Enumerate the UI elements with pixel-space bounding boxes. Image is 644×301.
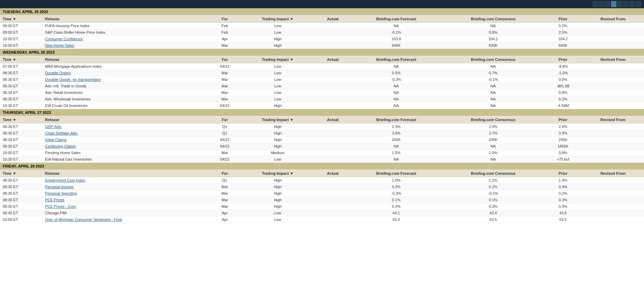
release-link[interactable]: Durable Orders [45, 71, 71, 75]
prior-cell: 1865K [544, 143, 582, 150]
col-header-time[interactable]: Time ▼ [0, 56, 42, 63]
consensus-cell: 1.0% [442, 150, 544, 156]
consensus-cell: 104.1 [442, 36, 544, 42]
nav-may-8-12[interactable] [623, 1, 629, 7]
consensus-cell: 0.2% [442, 184, 544, 190]
release-cell[interactable]: GDP-Adv. [42, 123, 210, 130]
release-link[interactable]: Continuing Claims [45, 144, 76, 148]
revised-cell [582, 42, 644, 49]
revised-cell [582, 96, 644, 103]
col-header-release: Release [42, 15, 210, 23]
consensus-cell: NA [442, 156, 544, 163]
release-cell[interactable]: Continuing Claims [42, 143, 210, 150]
nav-this-week[interactable] [605, 1, 610, 7]
forecast-cell: NA [350, 89, 442, 96]
col-header-actual: Actual [315, 116, 350, 123]
release-cell[interactable]: Personal Spending [42, 190, 210, 197]
forecast-cell: NA [350, 156, 442, 163]
for-cell: 04/22 [210, 63, 240, 70]
nav-may-1-5[interactable] [617, 1, 623, 7]
forecast-cell: 1.0% [350, 177, 442, 184]
consensus-cell: NA [442, 23, 544, 29]
release-link[interactable]: Initial Claims [45, 138, 66, 142]
prior-cell: 3.9% [544, 130, 582, 137]
prior-cell: +75 bcf [544, 156, 582, 163]
col-header-for: For [210, 170, 240, 177]
time-cell: 10:00 ET [0, 150, 42, 156]
actual-cell [315, 156, 350, 163]
col-header-tradingImpact[interactable]: Trading Impact ▼ [240, 116, 315, 123]
release-cell[interactable]: Employment Cost Index [42, 177, 210, 184]
release-cell[interactable]: Univ. of Michigan Consumer Sentiment - F… [42, 216, 210, 223]
release-link[interactable]: Durable Goods -ex transportation [45, 77, 101, 82]
consensus-cell: NA [442, 83, 544, 89]
revised-cell [582, 197, 644, 203]
release-link[interactable]: PCE Prices - Core [45, 204, 76, 208]
col-header-time[interactable]: Time ▼ [0, 170, 42, 177]
release-link[interactable]: GDP-Adv. [45, 125, 62, 129]
release-link[interactable]: Consumer Confidence [45, 37, 83, 41]
forecast-cell: NA [350, 96, 442, 103]
release-cell[interactable]: PCE Prices - Core [42, 203, 210, 210]
table-row: 08:30 ETDurable OrdersMarLow0.5%0.7%-1.0… [0, 70, 644, 76]
col-header-tradingImpact[interactable]: Trading Impact ▼ [240, 170, 315, 177]
release-link[interactable]: Personal Spending [45, 191, 77, 195]
impact-cell: Low [240, 210, 315, 216]
day-label-3: FRIDAY, APRIL 28 2023 [0, 163, 644, 170]
col-header-revisedFrom: Revised From [582, 15, 644, 23]
release-link[interactable]: Personal Income [45, 185, 74, 189]
release-link[interactable]: PCE Prices [45, 198, 64, 202]
time-cell: 08:30 ET [0, 70, 42, 76]
release-cell[interactable]: Chain Deflator-Adv. [42, 130, 210, 137]
release-link[interactable]: New Home Sales [45, 43, 74, 47]
nav-yesterday[interactable] [592, 1, 598, 7]
actual-cell [315, 216, 350, 223]
release-cell[interactable]: Durable Goods -ex transportation [42, 76, 210, 83]
release-link[interactable]: Chain Deflator-Adv. [45, 131, 78, 135]
col-header-revisedFrom: Revised From [582, 116, 644, 123]
impact-cell: High [240, 203, 315, 210]
revised-cell [582, 203, 644, 210]
day-section-header: THURSDAY, APRIL 27 2023 [0, 109, 644, 116]
table-row: 10:00 ETNew Home SalesMarHigh645K630K640… [0, 42, 644, 49]
impact-cell: High [240, 143, 315, 150]
release-cell[interactable]: Durable Orders [42, 70, 210, 76]
nav-may-15-19[interactable] [630, 1, 635, 7]
prior-cell: -$91.6B [544, 83, 582, 89]
revised-cell [582, 89, 644, 96]
nav-apr-24-28[interactable] [611, 1, 616, 7]
col-header-tradingImpact[interactable]: Trading Impact ▼ [240, 15, 315, 23]
time-cell: 08:30 ET [0, 190, 42, 197]
forecast-cell: 0.3% [350, 203, 442, 210]
for-cell: Mar [210, 76, 240, 83]
col-header-tradingImpact[interactable]: Trading Impact ▼ [240, 56, 315, 63]
economic-calendar-table: TUESDAY, APRIL 25 2023Time ▼ReleaseForTr… [0, 8, 644, 223]
col-header-prior: Prior [544, 170, 582, 177]
revised-cell [582, 177, 644, 184]
table-row: 10:00 ETConsumer ConfidenceAprHigh103.81… [0, 36, 644, 42]
for-cell: Q1 [210, 130, 240, 137]
col-header-for: For [210, 116, 240, 123]
release-link[interactable]: Univ. of Michigan Consumer Sentiment - F… [45, 217, 122, 222]
nav-today[interactable] [599, 1, 604, 7]
prior-cell: 0.3% [544, 197, 582, 203]
time-cell: 10:30 ET [0, 103, 42, 109]
revised-cell [582, 76, 644, 83]
time-cell: 09:00 ET [0, 29, 42, 36]
nav-all[interactable] [636, 1, 641, 7]
release-cell[interactable]: Initial Claims [42, 137, 210, 143]
release-cell[interactable]: Personal Income [42, 184, 210, 190]
actual-cell [315, 203, 350, 210]
actual-cell [315, 70, 350, 76]
release-cell[interactable]: PCE Prices [42, 197, 210, 203]
col-header-time[interactable]: Time ▼ [0, 116, 42, 123]
day-section-header: TUESDAY, APRIL 25 2023 [0, 8, 644, 15]
revised-cell [582, 210, 644, 216]
time-cell: 08:30 ET [0, 76, 42, 83]
release-cell: Adv. Wholesale Inventories [42, 96, 210, 103]
release-cell[interactable]: New Home Sales [42, 42, 210, 49]
release-cell[interactable]: Consumer Confidence [42, 36, 210, 42]
consensus-cell: 0.0% [442, 29, 544, 36]
col-header-time[interactable]: Time ▼ [0, 15, 42, 23]
release-link[interactable]: Employment Cost Index [45, 178, 85, 182]
